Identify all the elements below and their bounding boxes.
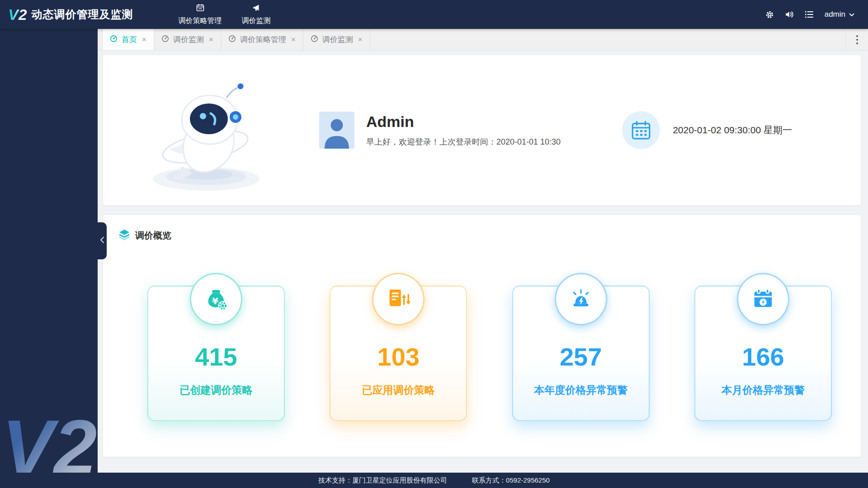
chevron-down-icon [849,10,854,19]
tab-page-icon [110,35,118,45]
list-icon[interactable] [805,10,814,19]
watermark-logo: V2 [2,408,97,473]
footer-support-text: 技术支持：厦门卫星定位应用股份有限公司 [318,476,447,485]
tab-close-icon[interactable]: × [358,36,363,43]
calendar-alert-stat-icon [737,273,789,325]
user-info-block: Admin 早上好，欢迎登录！上次登录时间：2020-01-01 10:30 [319,112,561,149]
username: admin [825,10,845,19]
siren-alert-stat-icon [555,273,607,325]
overview-title: 调价概览 [135,230,171,242]
stat-label: 本月价格异常预警 [695,383,831,397]
calendar-icon [622,111,660,149]
tab-options-button[interactable] [845,29,868,50]
stats-row: ¥ 415 已创建调价策略 103 已应用调价策略 257 本年度价格异常预警 [118,286,861,421]
main-menu: 调价策略管理 调价监测 [169,0,281,29]
stat-value: 415 [148,344,284,370]
datetime-block: 2020-01-02 09:30:00 星期一 [622,111,792,149]
sidebar-collapse-handle[interactable] [98,222,107,259]
price-strategy-stat-icon: ¥ [190,273,242,325]
welcome-greeting: 早上好，欢迎登录！上次登录时间：2020-01-01 10:30 [366,136,561,147]
tab-price-monitor-2[interactable]: 调价监测 × [303,29,370,50]
tab-home[interactable]: 首页 × [102,29,154,50]
tab-label: 调价监测 [322,34,353,45]
menu-item-label: 调价监测 [242,16,271,26]
mascot-illustration [138,69,274,197]
menu-item-price-strategy[interactable]: 调价策略管理 [169,0,232,29]
applied-strategy-stat-icon [372,273,425,325]
logo-mark: V2 [8,7,27,22]
footer: 技术支持：厦门卫星定位应用股份有限公司 联系方式：0592-2956250 [0,473,868,488]
stat-card-monthly-alerts: 166 本月价格异常预警 [694,286,832,421]
main-content: Admin 早上好，欢迎登录！上次登录时间：2020-01-01 10:30 2… [98,51,868,473]
current-datetime: 2020-01-02 09:30:00 星期一 [673,124,792,136]
volume-icon[interactable] [785,10,794,19]
stat-card-yearly-alerts: 257 本年度价格异常预警 [512,286,650,421]
menu-item-label: 调价策略管理 [179,16,222,26]
overview-header: 调价概览 [118,229,861,243]
tab-close-icon[interactable]: × [291,36,296,43]
tab-price-monitor-1[interactable]: 调价监测 × [154,29,221,50]
user-dropdown[interactable]: admin [825,10,854,19]
settings-gear-icon[interactable] [765,10,774,19]
stat-label: 本年度价格异常预警 [513,383,649,397]
stat-label: 已创建调价策略 [148,383,284,397]
tab-label: 调价策略管理 [240,34,286,45]
tab-page-icon [161,35,169,45]
tab-page-icon [311,35,318,45]
overview-card: 调价概览 ¥ 415 已创建调价策略 103 已应用调价策略 [103,215,861,457]
tab-label: 首页 [122,34,137,45]
stat-value: 166 [695,344,831,370]
tab-page-icon [228,35,236,45]
navbar-actions: admin [765,10,868,19]
sidebar: V2 [0,29,98,473]
tab-price-strategy[interactable]: 调价策略管理 × [221,29,303,50]
avatar [319,112,354,149]
layers-icon [118,229,130,243]
tab-label: 调价监测 [173,34,204,45]
tab-close-icon[interactable]: × [209,36,213,43]
megaphone-icon [252,3,261,14]
svg-text:¥: ¥ [212,296,218,306]
app-title: 动态调价管理及监测 [32,7,133,22]
stat-card-created-strategies: ¥ 415 已创建调价策略 [147,286,285,421]
chevron-left-icon [100,236,104,245]
app-logo: V2 动态调价管理及监测 [0,7,133,22]
strategy-calendar-icon [196,3,205,14]
stat-value: 103 [330,344,466,370]
menu-item-price-monitor[interactable]: 调价监测 [232,0,281,29]
stat-label: 已应用调价策略 [330,383,466,397]
tab-bar: 首页 × 调价监测 × 调价策略管理 × 调价监测 × [98,29,868,51]
top-navbar: V2 动态调价管理及监测 调价策略管理 调价监测 admin [0,0,868,29]
welcome-card: Admin 早上好，欢迎登录！上次登录时间：2020-01-01 10:30 2… [103,55,861,205]
stat-card-applied-strategies: 103 已应用调价策略 [330,286,467,421]
welcome-username: Admin [366,113,561,131]
footer-contact-text: 联系方式：0592-2956250 [472,476,550,485]
tab-close-icon[interactable]: × [142,36,146,43]
stat-value: 257 [513,344,649,370]
